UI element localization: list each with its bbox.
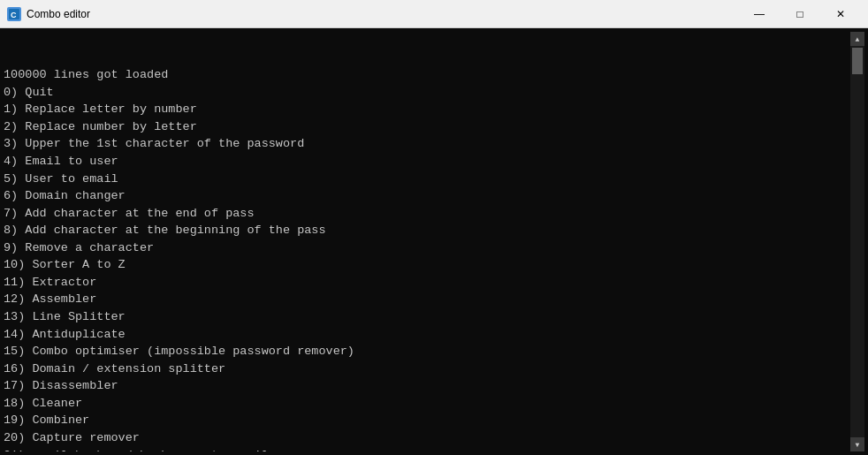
terminal-line: 9) Remove a character	[4, 239, 850, 257]
terminal-line: 2) Replace number by letter	[4, 118, 850, 136]
scroll-down-button[interactable]: ▼	[850, 437, 864, 451]
terminal-line: 15) Combo optimiser (impossible password…	[4, 343, 850, 360]
scrollbar-thumb[interactable]	[852, 48, 863, 74]
scrollbar[interactable]: ▲ ▼	[850, 32, 864, 451]
terminal-line: 17) Disassembler	[4, 377, 850, 395]
terminal-line: 11) Extractor	[4, 274, 850, 292]
terminal-line: 8) Add character at the beginning of the…	[4, 222, 850, 239]
window-title: Combo editor	[27, 8, 739, 20]
terminal-line: 4) Email to user	[4, 153, 850, 171]
terminal-line: 20) Capture remover	[4, 429, 850, 447]
terminal-line: 7) Add character at the end of pass	[4, 205, 850, 223]
maximize-button[interactable]: □	[780, 0, 820, 28]
terminal-line: 16) Domain / extension splitter	[4, 360, 850, 378]
scroll-up-button[interactable]: ▲	[850, 32, 864, 46]
scrollbar-track[interactable]	[850, 46, 864, 437]
app-icon: C	[7, 7, 21, 21]
terminal-line: 13) Line Splitter	[4, 308, 850, 326]
terminal-line: 18) Cleaner	[4, 395, 850, 413]
terminal-line: 1) Replace letter by number	[4, 101, 850, 118]
terminal-line: 12) Assembler	[4, 291, 850, 308]
window-controls: — □ ✕	[739, 0, 861, 28]
title-bar: C Combo editor — □ ✕	[0, 0, 868, 28]
terminal-line: 0) Quit	[4, 84, 850, 102]
terminal-line: 100000 lines got loaded	[4, 66, 850, 84]
terminal-line: 21) email:hash and hash:pass to email:pa…	[4, 447, 850, 452]
terminal-line: 19) Combiner	[4, 412, 850, 429]
terminal-line: 3) Upper the 1st character of the passwo…	[4, 135, 850, 153]
terminal-window: 100000 lines got loaded0) Quit1) Replace…	[0, 28, 868, 455]
terminal-line: 14) Antiduplicate	[4, 326, 850, 344]
minimize-button[interactable]: —	[739, 0, 780, 28]
terminal-content: 100000 lines got loaded0) Quit1) Replace…	[4, 32, 850, 451]
terminal-line: 5) User to email	[4, 171, 850, 188]
terminal-line: 10) Sorter A to Z	[4, 256, 850, 274]
terminal-line: 6) Domain changer	[4, 187, 850, 205]
svg-text:C: C	[11, 11, 17, 19]
close-button[interactable]: ✕	[820, 0, 861, 28]
